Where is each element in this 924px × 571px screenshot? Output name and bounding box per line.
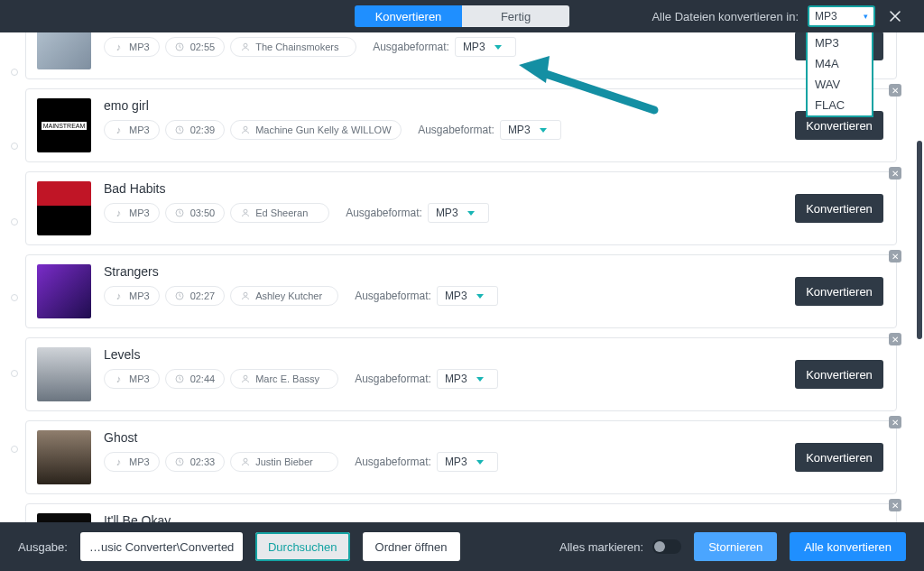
topbar-right: Alle Dateien konvertieren in: MP3 ▾: [651, 5, 906, 27]
scrollbar[interactable]: [915, 32, 924, 522]
output-format-value: MP3: [508, 124, 531, 136]
format-option-label: MP3: [815, 36, 839, 50]
output-format-label: Ausgabeformat:: [355, 456, 431, 468]
output-path[interactable]: …usic Converter\Converted: [80, 532, 243, 561]
clock-icon: [175, 208, 185, 218]
person-icon: [240, 457, 250, 467]
tab-done[interactable]: Fertig: [462, 5, 569, 27]
row-selector[interactable]: [11, 370, 18, 377]
remove-button[interactable]: ✕: [889, 499, 901, 511]
music-note-icon: ♪: [114, 291, 124, 301]
output-format-select[interactable]: MP3: [500, 120, 561, 140]
track-card: Bad Habits ♪MP3 03:50 Ed Sheeran Ausgabe…: [25, 171, 897, 245]
duration-pill-value: 02:33: [190, 456, 216, 467]
tab-convert[interactable]: Konvertieren: [355, 5, 462, 27]
track-meta: Ghost ♪MP3 02:33 Justin Bieber Ausgabefo…: [104, 430, 885, 472]
artist-pill: Ashley Kutcher: [230, 286, 338, 306]
convert-button[interactable]: Konvertieren: [795, 443, 883, 472]
track-title: Strangers: [104, 264, 885, 279]
global-format-dropdown: MP3 M4A WAV FLAC: [806, 32, 873, 117]
format-option-flac[interactable]: FLAC: [808, 95, 872, 115]
output-label: Ausgabe:: [18, 540, 68, 554]
artist-pill-value: Machine Gun Kelly & WILLOW: [255, 124, 391, 135]
row-selector[interactable]: [11, 294, 18, 301]
browse-button-label: Durchsuchen: [268, 540, 337, 554]
global-format-select[interactable]: MP3 ▾: [808, 5, 875, 27]
row-selector[interactable]: [11, 69, 18, 76]
remove-button[interactable]: ✕: [889, 416, 901, 428]
track-card: Strangers ♪MP3 02:27 Ashley Kutcher Ausg…: [25, 254, 897, 328]
artist-pill: The Chainsmokers: [230, 37, 356, 57]
global-format-label: Alle Dateien konvertieren in:: [651, 10, 799, 23]
track-card: Ghost ♪MP3 02:33 Justin Bieber Ausgabefo…: [25, 420, 897, 494]
album-art: [37, 513, 91, 522]
tab-convert-label: Konvertieren: [375, 10, 442, 23]
convert-button-label: Konvertieren: [806, 202, 873, 216]
output-path-value: …usic Converter\Converted: [89, 540, 234, 554]
row-selector[interactable]: [11, 446, 18, 453]
duration-pill-value: 02:27: [190, 290, 216, 301]
duration-pill-value: 02:55: [190, 41, 216, 52]
music-note-icon: ♪: [114, 208, 124, 218]
convert-button[interactable]: Konvertieren: [795, 277, 883, 306]
artist-pill: Marc E. Bassy: [230, 369, 338, 389]
remove-button[interactable]: ✕: [889, 167, 901, 180]
cancel-button[interactable]: Stornieren: [694, 532, 777, 561]
remove-button[interactable]: ✕: [889, 333, 901, 345]
open-folder-button-label: Ordner öffnen: [375, 540, 448, 554]
convert-button[interactable]: Konvertieren: [795, 194, 883, 223]
convert-button-label: Konvertieren: [806, 451, 873, 465]
remove-button[interactable]: ✕: [889, 250, 901, 262]
svg-point-3: [244, 126, 247, 130]
format-option-label: FLAC: [815, 98, 845, 112]
track-title: Levels: [104, 347, 885, 362]
duration-pill: 02:33: [165, 452, 226, 472]
format-pill-value: MP3: [129, 207, 150, 218]
format-option-label: M4A: [815, 57, 839, 70]
track-title: It'll Be Okay: [104, 513, 885, 522]
browse-button[interactable]: Durchsuchen: [255, 532, 350, 561]
track-list: High ♪MP3 02:55 The Chainsmokers Ausgabe…: [0, 32, 915, 522]
track-chips: ♪MP3 02:39 Machine Gun Kelly & WILLOW Au…: [104, 120, 885, 140]
person-icon: [240, 374, 250, 384]
person-icon: [240, 125, 250, 135]
close-icon[interactable]: [884, 5, 906, 27]
output-format-select[interactable]: MP3: [437, 286, 498, 306]
track-meta: High ♪MP3 02:55 The Chainsmokers Ausgabe…: [104, 32, 885, 57]
row-selector[interactable]: [11, 143, 18, 150]
svg-point-1: [244, 43, 247, 47]
clock-icon: [175, 42, 185, 52]
artist-pill: Machine Gun Kelly & WILLOW: [230, 120, 402, 140]
artist-pill-value: The Chainsmokers: [255, 41, 338, 52]
svg-point-11: [244, 458, 247, 462]
output-format-select[interactable]: MP3: [428, 203, 489, 223]
format-pill-value: MP3: [129, 373, 150, 384]
convert-button[interactable]: Konvertieren: [795, 360, 883, 389]
main-tabs: Konvertieren Fertig: [355, 5, 569, 27]
format-pill-value: MP3: [129, 456, 150, 467]
format-pill-value: MP3: [129, 290, 150, 301]
remove-button[interactable]: ✕: [889, 84, 901, 97]
svg-point-7: [244, 292, 247, 296]
output-format-select[interactable]: MP3: [437, 369, 498, 389]
clock-icon: [175, 125, 185, 135]
format-option-mp3[interactable]: MP3: [808, 32, 872, 53]
person-icon: [240, 42, 250, 52]
track-card: Levels ♪MP3 02:44 Marc E. Bassy Ausgabef…: [25, 337, 897, 411]
output-format-select[interactable]: MP3: [437, 452, 498, 472]
scrollbar-thumb[interactable]: [917, 141, 922, 339]
output-format-select[interactable]: MP3: [455, 37, 516, 57]
format-option-m4a[interactable]: M4A: [808, 53, 872, 74]
convert-all-button[interactable]: Alle konvertieren: [790, 532, 906, 561]
track-meta: emo girl ♪MP3 02:39 Machine Gun Kelly & …: [104, 98, 885, 140]
mark-all-toggle[interactable]: [652, 539, 681, 554]
output-format-label: Ausgabeformat:: [418, 124, 494, 136]
chevron-down-icon: [476, 377, 484, 382]
open-folder-button[interactable]: Ordner öffnen: [363, 532, 460, 561]
artist-pill-value: Ashley Kutcher: [255, 290, 322, 301]
svg-point-5: [244, 209, 247, 213]
svg-point-9: [244, 375, 247, 379]
format-option-wav[interactable]: WAV: [808, 74, 872, 95]
row-selector[interactable]: [11, 218, 18, 226]
output-format-label: Ausgabeformat:: [355, 373, 431, 385]
